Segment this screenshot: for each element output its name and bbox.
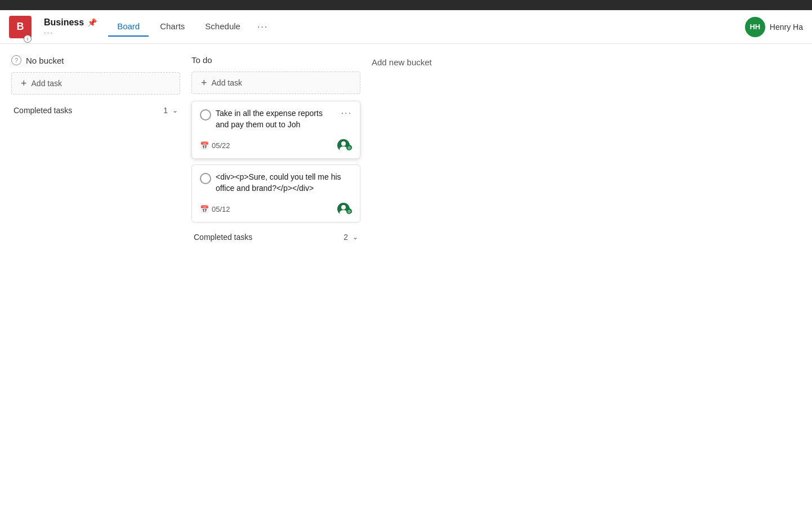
column-to-do: To do + Add task Take in all the expense… [191, 55, 360, 497]
completed-section-no-bucket: Completed tasks 1 ⌄ [11, 101, 180, 119]
app-name: Business 📌 [44, 17, 97, 28]
user-section: HH Henry Ha [745, 17, 803, 37]
completed-header-to-do[interactable]: Completed tasks 2 ⌄ [191, 228, 360, 246]
tab-board[interactable]: Board [108, 17, 149, 37]
add-task-label-no-bucket: Add task [32, 79, 62, 88]
chevron-down-icon-to-do: ⌄ [353, 233, 358, 241]
question-icon: ? [11, 55, 21, 65]
completed-section-to-do: Completed tasks 2 ⌄ [191, 228, 360, 246]
add-task-button-to-do[interactable]: + Add task [191, 72, 360, 94]
svg-text:⚙: ⚙ [347, 210, 351, 213]
assignee-badge-2: ⚙ [346, 208, 352, 214]
completed-header-no-bucket[interactable]: Completed tasks 1 ⌄ [11, 101, 180, 119]
task-date-value-1: 05/22 [212, 141, 230, 150]
calendar-icon-2: 📅 [200, 205, 209, 213]
header: B i Business 📌 ··· Board Charts Schedule… [0, 10, 812, 44]
task-more-icon-1[interactable]: ··· [341, 108, 352, 118]
app-name-section: Business 📌 ··· [44, 17, 97, 37]
top-bar [0, 0, 812, 10]
column-title-to-do: To do [191, 55, 212, 65]
task-date-2: 📅 05/12 [200, 205, 230, 213]
task-title-2: <div><p>Sure, could you tell me his offi… [216, 172, 352, 194]
app-more[interactable]: ··· [44, 28, 97, 37]
task-footer-1: 📅 05/22 ⚙ [200, 136, 352, 151]
task-checkbox-2[interactable] [200, 173, 211, 184]
svg-point-1 [341, 141, 346, 146]
task-title-1: Take in all the expense reports and pay … [216, 108, 337, 130]
nav-more[interactable]: ··· [252, 19, 274, 35]
completed-label-to-do: Completed tasks [194, 233, 343, 242]
add-task-label-to-do: Add task [212, 78, 242, 87]
add-task-button-no-bucket[interactable]: + Add task [11, 72, 180, 95]
completed-count-to-do: 2 [343, 233, 348, 242]
chevron-down-icon-no-bucket: ⌄ [172, 106, 178, 114]
task-header-1: Take in all the expense reports and pay … [200, 108, 352, 130]
board-content: ? No bucket + Add task Completed tasks 1… [0, 44, 812, 508]
task-card-2: <div><p>Sure, could you tell me his offi… [191, 164, 360, 222]
add-new-bucket[interactable]: Add new bucket [372, 55, 484, 497]
tab-charts[interactable]: Charts [151, 17, 194, 37]
plus-icon: + [21, 78, 27, 88]
task-card-1: Take in all the expense reports and pay … [191, 101, 360, 159]
svg-point-6 [341, 205, 346, 210]
task-date-value-2: 05/12 [212, 205, 230, 213]
column-header-no-bucket: ? No bucket [11, 55, 180, 65]
task-footer-2: 📅 05/12 ⚙ [200, 199, 352, 215]
pin-icon: 📌 [87, 18, 97, 27]
task-checkbox-1[interactable] [200, 109, 211, 121]
assignee-badge-1: ⚙ [346, 145, 352, 150]
column-title-no-bucket: No bucket [26, 56, 64, 65]
completed-count-no-bucket: 1 [163, 106, 168, 115]
user-avatar[interactable]: HH [745, 17, 765, 37]
user-name: Henry Ha [770, 23, 803, 32]
task-header-2: <div><p>Sure, could you tell me his offi… [200, 172, 352, 194]
tab-schedule[interactable]: Schedule [196, 17, 249, 37]
calendar-icon-1: 📅 [200, 141, 209, 150]
task-assignee-2[interactable]: ⚙ [337, 203, 352, 215]
info-badge: i [24, 35, 32, 43]
column-no-bucket: ? No bucket + Add task Completed tasks 1… [11, 55, 180, 497]
svg-text:⚙: ⚙ [347, 146, 351, 150]
add-bucket-label[interactable]: Add new bucket [372, 55, 484, 69]
completed-label-no-bucket: Completed tasks [14, 106, 163, 115]
column-header-to-do: To do [191, 55, 360, 65]
task-date-1: 📅 05/22 [200, 141, 230, 150]
plus-icon-todo: + [201, 78, 207, 88]
task-assignee-1[interactable]: ⚙ [337, 139, 352, 151]
nav-tabs: Board Charts Schedule ··· [108, 17, 745, 37]
